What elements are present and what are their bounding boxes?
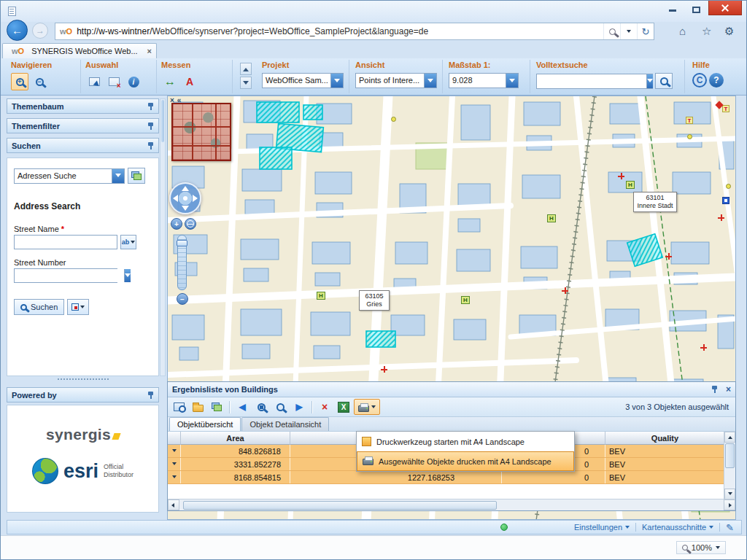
favorites-star-icon[interactable]: ☆ — [702, 25, 711, 38]
minimize-button[interactable] — [662, 1, 684, 15]
url-field[interactable]: wO http://w-ws-wintner/WebOffice/synserv… — [55, 23, 654, 40]
zoom-to-selection-button[interactable] — [252, 399, 270, 415]
close-window-button[interactable] — [708, 1, 742, 15]
identify-tool-button[interactable]: i — [125, 73, 142, 90]
maximize-button[interactable] — [685, 1, 707, 15]
row-menu-button[interactable] — [168, 471, 181, 483]
full-extent-button[interactable] — [185, 218, 196, 230]
sidebar-splitter-handle[interactable] — [7, 378, 159, 380]
zoom-in-tool-button[interactable]: + — [11, 73, 28, 90]
previous-object-button[interactable]: ◀ — [233, 399, 251, 415]
url-dropdown-button[interactable] — [620, 23, 637, 39]
toolbar-scroll-down-button[interactable] — [240, 77, 252, 89]
table-row[interactable]: 8168.854815 1227.168253 0 BEV — [168, 471, 735, 484]
projekt-select[interactable]: WebOffice Sam... — [262, 73, 344, 88]
help-button[interactable]: ? — [709, 73, 724, 88]
annotate-tool-button[interactable]: A — [181, 73, 198, 90]
zoom-slider-thumb[interactable] — [177, 240, 187, 246]
suchen-button[interactable]: Suchen — [14, 299, 64, 315]
einstellungen-menu[interactable]: Einstellungen — [574, 523, 630, 532]
pin-icon[interactable] — [147, 102, 155, 112]
toolbar-scroll-up-button[interactable] — [240, 63, 252, 75]
overview-close-icon[interactable]: × — [170, 96, 174, 104]
zoom-in-button[interactable]: + — [171, 218, 182, 230]
print-button[interactable] — [354, 399, 380, 415]
scroll-left-button[interactable] — [168, 499, 179, 510]
menu-item-print-selected[interactable]: Ausgewählte Objekte drucken mit A4 Lands… — [357, 451, 574, 471]
home-icon[interactable]: ⌂ — [679, 25, 686, 37]
remove-selection-button[interactable]: × — [316, 399, 333, 415]
results-close-icon[interactable]: × — [726, 384, 731, 394]
menu-item-print-tool[interactable]: Druckwerkzeug starten mit A4 Landscape — [357, 432, 574, 451]
ansicht-select[interactable]: Points of Intere... — [355, 73, 437, 88]
volltextsuche-input[interactable] — [537, 74, 646, 88]
ansicht-dropdown-button[interactable] — [424, 74, 436, 88]
search-type-select[interactable]: Adressen Suche — [14, 168, 125, 184]
pin-icon[interactable] — [147, 141, 155, 151]
kartenausschnitte-menu[interactable]: Kartenausschnitte — [642, 523, 713, 532]
tab-close-icon[interactable]: × — [147, 47, 152, 55]
scrollbar-thumb[interactable] — [161, 100, 164, 142]
export-excel-button[interactable]: X — [335, 399, 352, 415]
table-horizontal-scrollbar[interactable] — [168, 499, 735, 510]
print-dropdown-caret[interactable] — [371, 405, 376, 411]
clear-selection-button[interactable]: × — [105, 73, 123, 90]
search-config-button[interactable] — [128, 168, 145, 184]
scrollbar-thumb[interactable] — [183, 501, 497, 510]
pan-east-icon[interactable] — [193, 195, 198, 202]
measure-tool-button[interactable]: ↔ — [161, 73, 179, 90]
panel-header-powered-by[interactable]: Powered by — [7, 387, 159, 402]
street-number-combobox[interactable] — [14, 268, 117, 283]
pan-compass[interactable] — [169, 182, 201, 214]
search-type-dropdown-button[interactable] — [112, 169, 124, 183]
url-search-icon[interactable] — [603, 23, 620, 39]
overview-collapse-icon[interactable]: « — [177, 96, 182, 104]
scroll-up-button[interactable] — [724, 432, 735, 443]
pan-west-icon[interactable] — [173, 195, 178, 202]
row-menu-button[interactable] — [168, 445, 181, 457]
next-object-button[interactable]: ▶ — [290, 399, 308, 415]
column-header-quality[interactable]: Quality — [605, 432, 725, 445]
volltextsuche-search-button[interactable] — [655, 73, 673, 89]
open-result-button[interactable] — [189, 399, 206, 415]
layer-table-button[interactable] — [208, 399, 225, 415]
pin-icon[interactable] — [147, 122, 155, 131]
browser-zoom-control[interactable]: 100% — [676, 541, 726, 554]
tab-objekt-detailansicht[interactable]: Objekt Detailansicht — [241, 417, 329, 431]
table-vertical-scrollbar[interactable] — [724, 432, 735, 499]
volltextsuche-combobox[interactable] — [536, 74, 653, 89]
column-header-area[interactable]: Area — [181, 432, 290, 445]
street-name-input[interactable] — [14, 235, 117, 249]
projekt-dropdown-button[interactable] — [330, 74, 343, 88]
scroll-down-button[interactable] — [724, 489, 735, 499]
row-menu-button[interactable] — [168, 458, 181, 470]
tools-gear-icon[interactable]: ⚙ — [724, 25, 734, 38]
search-options-button[interactable] — [67, 299, 89, 315]
zoom-slider[interactable] — [177, 235, 187, 290]
panel-header-suchen[interactable]: Suchen — [7, 138, 159, 153]
zoom-out-button[interactable]: − — [177, 293, 188, 305]
massstab-dropdown-button[interactable] — [506, 74, 518, 88]
zoom-out-tool-button[interactable]: − — [31, 73, 48, 90]
browser-tab[interactable]: wO SYNERGIS WebOffice Web... × — [2, 43, 157, 58]
sidebar-scrollbar[interactable] — [160, 98, 166, 376]
context-help-button[interactable]: C — [692, 73, 707, 88]
pan-south-icon[interactable] — [182, 206, 189, 211]
volltextsuche-dropdown-button[interactable] — [646, 74, 653, 88]
select-tool-button[interactable] — [85, 73, 103, 90]
edit-pencil-icon[interactable]: ✎ — [726, 522, 734, 533]
tab-objektuebersicht[interactable]: Objektübersicht — [169, 417, 241, 431]
overview-map[interactable] — [171, 103, 231, 161]
identify-result-button[interactable] — [170, 399, 187, 415]
street-name-autocomplete-button[interactable]: ab — [120, 235, 136, 249]
panel-header-themenfilter[interactable]: Themenfilter — [7, 118, 159, 133]
street-number-dropdown-button[interactable] — [124, 269, 131, 282]
forward-button[interactable]: → — [32, 23, 48, 39]
street-number-input[interactable] — [15, 269, 124, 282]
back-button[interactable]: ← — [7, 20, 28, 41]
pin-icon[interactable] — [711, 385, 719, 394]
scrollbar-thumb[interactable] — [725, 443, 735, 468]
panel-header-themenbaum[interactable]: Themenbaum — [7, 98, 159, 114]
zoom-to-object-button[interactable] — [271, 399, 289, 415]
massstab-select[interactable]: 9.028 — [449, 73, 519, 88]
